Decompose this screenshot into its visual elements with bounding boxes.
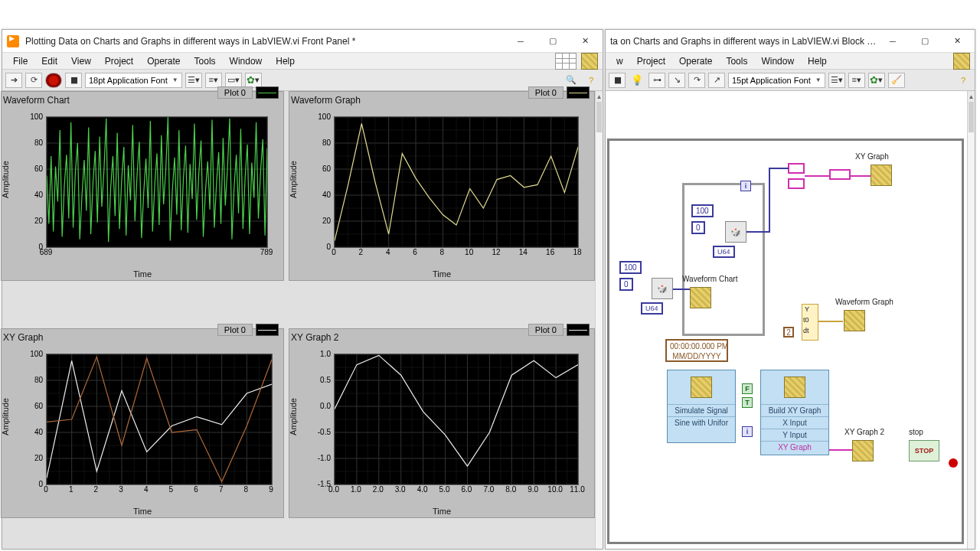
xy-graph-legend[interactable]: Plot 0 bbox=[217, 324, 279, 336]
numeric-constant-0[interactable]: 0 bbox=[619, 278, 633, 291]
menu-view[interactable]: View bbox=[65, 54, 97, 68]
boolean-constant-f[interactable]: F bbox=[742, 383, 753, 394]
numeric-constant-2[interactable]: 2 bbox=[783, 327, 794, 337]
menu-operate[interactable]: Operate bbox=[141, 54, 186, 68]
resize-objects-button[interactable]: ▭▾ bbox=[225, 73, 242, 88]
bd-titlebar[interactable]: ta on Charts and Graphs in different way… bbox=[606, 30, 975, 53]
bundle-node[interactable] bbox=[788, 178, 805, 189]
maximize-button[interactable]: ▢ bbox=[909, 31, 941, 52]
reorder-button[interactable]: ✿▾ bbox=[245, 73, 262, 88]
build-array-node[interactable] bbox=[829, 169, 851, 180]
scroll-up-icon[interactable]: ▲ bbox=[596, 91, 603, 102]
waveform-chart-pane[interactable]: Waveform Chart Plot 0 Amplitude 02040608… bbox=[1, 91, 284, 281]
vi-icon[interactable] bbox=[953, 53, 970, 70]
font-selector[interactable]: 15pt Application Font ▼ bbox=[728, 73, 825, 88]
block-diagram-canvas[interactable]: XY Graph i 100 0 🎲 U64 100 0 🎲 U64 Wavef… bbox=[606, 91, 967, 549]
scroll-thumb[interactable] bbox=[596, 102, 602, 132]
waveform-graph-plot[interactable] bbox=[334, 116, 579, 248]
context-help-button[interactable]: ? bbox=[955, 73, 972, 88]
representation-u64[interactable]: U64 bbox=[641, 302, 663, 315]
run-continuously-button[interactable]: ⟳ bbox=[25, 73, 42, 88]
abort-button[interactable] bbox=[45, 73, 62, 88]
representation-u64[interactable]: U64 bbox=[713, 246, 735, 258]
xy-graph-2-legend[interactable]: Plot 0 bbox=[528, 324, 590, 336]
waveform-chart-plot[interactable] bbox=[46, 116, 268, 248]
align-objects-button[interactable]: ☰▾ bbox=[828, 73, 845, 88]
waveform-graph-terminal-icon[interactable] bbox=[844, 310, 865, 331]
xy-graph-terminal-icon[interactable] bbox=[871, 165, 892, 186]
highlight-execution-button[interactable]: 💡 bbox=[629, 73, 645, 88]
while-loop[interactable] bbox=[607, 139, 964, 544]
menu-view-partial[interactable]: w bbox=[610, 54, 629, 68]
loop-iteration-terminal[interactable]: i bbox=[742, 426, 753, 437]
fp-vertical-scrollbar[interactable]: ▲ bbox=[595, 91, 603, 549]
menu-window[interactable]: Window bbox=[755, 54, 800, 68]
menu-edit[interactable]: Edit bbox=[35, 54, 64, 68]
align-objects-button[interactable]: ☰▾ bbox=[185, 73, 202, 88]
wfc-xlabel: Time bbox=[2, 269, 283, 279]
distribute-objects-button[interactable]: ≡▾ bbox=[205, 73, 222, 88]
menu-help[interactable]: Help bbox=[270, 54, 301, 68]
waveform-graph-pane[interactable]: Waveform Graph Plot 0 Amplitude 02040608… bbox=[289, 91, 595, 281]
boolean-constant-t[interactable]: T bbox=[742, 397, 753, 408]
scroll-thumb[interactable] bbox=[969, 102, 974, 132]
menu-project[interactable]: Project bbox=[99, 54, 139, 68]
simulate-signal-express-vi[interactable]: Simulate Signal Sine with Unifor bbox=[667, 370, 736, 443]
alignment-grid-icon[interactable] bbox=[555, 53, 577, 70]
random-number-node[interactable]: 🎲 bbox=[725, 221, 746, 243]
timestamp-constant[interactable]: 00:00:00.000 PM MM/DD/YYYY bbox=[665, 339, 728, 362]
step-out-button[interactable]: ↗ bbox=[708, 73, 725, 88]
xy-graph-2-pane[interactable]: XY Graph 2 Plot 0 Amplitude -1.5-1.0-0.5… bbox=[289, 328, 595, 518]
waveform-chart-legend[interactable]: Plot 0 bbox=[217, 86, 279, 99]
close-button[interactable]: ✕ bbox=[941, 31, 973, 52]
pause-button[interactable]: ▮▮ bbox=[609, 73, 626, 88]
stop-button-terminal[interactable]: STOP bbox=[909, 440, 939, 461]
search-button[interactable]: 🔍 bbox=[563, 73, 580, 88]
scroll-up-icon[interactable]: ▲ bbox=[968, 91, 975, 102]
legend-swatch-icon bbox=[567, 324, 590, 336]
numeric-constant-0[interactable]: 0 bbox=[691, 221, 705, 234]
pause-button[interactable]: ▮▮ bbox=[65, 73, 82, 88]
context-help-button[interactable]: ? bbox=[583, 73, 599, 88]
font-selector[interactable]: 18pt Application Font ▼ bbox=[85, 73, 182, 88]
loop-condition-terminal[interactable] bbox=[949, 458, 958, 468]
numeric-constant-100[interactable]: 100 bbox=[619, 261, 642, 274]
run-button[interactable]: ➔ bbox=[5, 73, 22, 88]
vi-icon[interactable] bbox=[581, 53, 598, 70]
fp-titlebar[interactable]: Plotting Data on Charts and Graphs in di… bbox=[2, 30, 603, 53]
waveform-graph-legend[interactable]: Plot 0 bbox=[528, 86, 590, 99]
xy-graph-2-terminal-icon[interactable] bbox=[852, 440, 874, 461]
waveform-chart-terminal-icon[interactable] bbox=[690, 287, 711, 308]
waveform-graph-label: Waveform Graph bbox=[835, 298, 893, 306]
xy-graph-2-plot[interactable] bbox=[334, 354, 579, 485]
maximize-button[interactable]: ▢ bbox=[537, 31, 569, 52]
xy1-ylabel: Amplitude bbox=[1, 398, 10, 435]
fp-menubar: File Edit View Project Operate Tools Win… bbox=[2, 53, 603, 70]
bundle-node[interactable] bbox=[788, 163, 805, 174]
font-selector-text: 18pt Application Font bbox=[89, 76, 168, 85]
menu-project[interactable]: Project bbox=[631, 54, 671, 68]
distribute-objects-button[interactable]: ≡▾ bbox=[848, 73, 865, 88]
minimize-button[interactable]: ─ bbox=[877, 31, 909, 52]
minimize-button[interactable]: ─ bbox=[505, 31, 537, 52]
menu-file[interactable]: File bbox=[7, 54, 34, 68]
menu-help[interactable]: Help bbox=[802, 54, 833, 68]
numeric-constant-100[interactable]: 100 bbox=[691, 204, 714, 217]
cleanup-diagram-button[interactable]: 🧹 bbox=[888, 73, 905, 88]
retain-wire-values-button[interactable]: ⊶ bbox=[648, 73, 665, 88]
close-button[interactable]: ✕ bbox=[569, 31, 601, 52]
random-number-node[interactable]: 🎲 bbox=[652, 278, 673, 299]
reorder-button[interactable]: ✿▾ bbox=[868, 73, 885, 88]
step-into-button[interactable]: ↘ bbox=[668, 73, 685, 88]
menu-tools[interactable]: Tools bbox=[188, 54, 222, 68]
build-xy-graph-express-vi[interactable]: Build XY Graph X Input Y Input XY Graph bbox=[760, 370, 829, 455]
menu-operate[interactable]: Operate bbox=[673, 54, 718, 68]
xy-graph-pane[interactable]: XY Graph Plot 0 Amplitude 020406080100 0… bbox=[1, 328, 284, 518]
menu-window[interactable]: Window bbox=[224, 54, 269, 68]
xy-graph-plot[interactable] bbox=[46, 354, 273, 485]
loop-iteration-terminal[interactable]: i bbox=[740, 181, 751, 191]
bd-vertical-scrollbar[interactable]: ▲ bbox=[967, 91, 975, 549]
menu-tools[interactable]: Tools bbox=[720, 54, 753, 68]
step-over-button[interactable]: ↷ bbox=[688, 73, 705, 88]
fp-client-area: Waveform Chart Plot 0 Amplitude 02040608… bbox=[2, 91, 603, 549]
